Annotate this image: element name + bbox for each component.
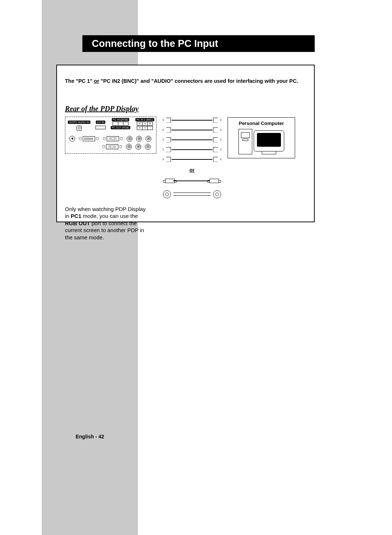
dvi-slot-icon [95,126,106,129]
jack-icon [69,136,75,142]
pc-monitor-icon [254,130,284,154]
label-pc-in2: PC IN 2 (BNC) [135,118,154,121]
note-b1: PC1 [71,213,81,219]
label-pc-out: PC OUT (RGB) [111,126,130,129]
note-t2: mode, you can use the [81,213,138,219]
intro-post: "PC IN2 (BNC)" and "AUDIO" connectors ar… [99,78,298,84]
title-bar: Connecting to the PC Input [82,35,315,52]
bnc-cable-icon [163,147,221,153]
bnc-port-icon [146,136,151,142]
intro-pre: The "PC 1" [65,78,94,84]
bnc-bot-cell [147,126,152,130]
bnc-cable-icon [163,157,221,162]
bnc-cable-icon [163,127,221,133]
bnc-port-icon [135,144,141,150]
or-label: or [189,167,195,173]
audio-cable-icon [163,190,221,199]
label-dvi-in: DVI IN [96,121,106,124]
bnc-port-icon [136,136,142,142]
dvi-port-icon: ⬡⬡ [79,136,99,141]
vga-port-icon: ⬡⬡ [103,136,123,141]
bnc-port-icon [126,144,132,150]
note-text: Only when watching PDP Display in PC1 mo… [65,206,151,241]
pc-box-title: Personal Computer [230,121,293,126]
diagram-subtitle: Rear of the PDP Display [65,105,306,113]
bnc-port-icon [127,136,132,142]
note-row: Only when watching PDP Display in PC1 mo… [65,206,306,241]
cable-diagram: or [162,117,222,199]
rear-panel-illustration: DVI/PC AUDIO IN DVI IN PC IN1(RGB) PC OU… [65,117,156,154]
bnc-top-cell: B [147,122,152,125]
vga-cable-icon [163,178,221,184]
page-title: Connecting to the PC Input [82,38,218,49]
page-footer: English - 42 [42,434,138,439]
bnc-top-cell: G [142,122,147,125]
diagram-row: DVI/PC AUDIO IN DVI IN PC IN1(RGB) PC OU… [65,117,306,199]
pc-illustration [230,129,293,154]
bnc-cable-icon [163,137,221,143]
label-audio-in: DVI/PC AUDIO IN [68,121,90,124]
vga-port-icon: ⬡⬡ [102,144,122,149]
label-pc-in1: PC IN1(RGB) [112,118,129,121]
bnc-bot-cell: V [142,126,147,130]
bnc-port-icon [145,144,151,150]
note-b2: RGB OUT [65,220,90,226]
audio-jack-icon [77,126,82,131]
intro-or: or [94,78,99,84]
intro-text: The "PC 1" or "PC IN2 (BNC)" and "AUDIO"… [65,78,306,85]
pc-box: Personal Computer [228,117,295,158]
bnc-bot-cell: H [137,126,142,130]
content-frame: The "PC 1" or "PC IN2 (BNC)" and "AUDIO"… [56,65,315,222]
pc-tower-icon [238,129,252,154]
bnc-top-cell: R [137,122,142,125]
bnc-cable-icon [163,117,221,123]
